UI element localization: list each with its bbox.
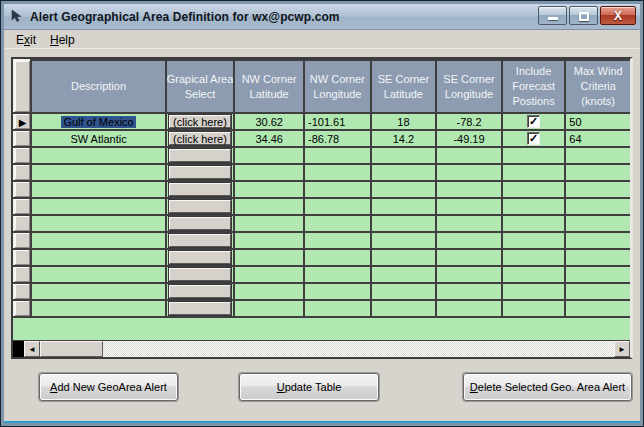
cell-se-longitude[interactable]: [436, 283, 502, 300]
cell-description[interactable]: [31, 283, 165, 300]
click-here-button[interactable]: [169, 217, 232, 230]
cell-max-wind[interactable]: [565, 300, 631, 317]
cell-se-longitude[interactable]: [436, 249, 502, 266]
cell-max-wind[interactable]: [565, 232, 631, 249]
cell-nw-longitude[interactable]: [304, 164, 371, 181]
click-here-button[interactable]: (click here): [169, 115, 232, 128]
scroll-right-button[interactable]: ►: [614, 341, 630, 357]
cell-description[interactable]: [31, 215, 165, 232]
cell-include-forecast[interactable]: [502, 283, 566, 300]
cell-max-wind[interactable]: [565, 249, 631, 266]
row-selector[interactable]: ▶: [14, 113, 31, 130]
cell-max-wind[interactable]: [565, 164, 631, 181]
cell-include-forecast[interactable]: [502, 147, 566, 164]
cell-se-longitude[interactable]: [436, 215, 502, 232]
cell-max-wind[interactable]: [565, 266, 631, 283]
include-forecast-checkbox[interactable]: ✓: [527, 132, 540, 145]
cell-max-wind[interactable]: [565, 198, 631, 215]
cell-se-latitude[interactable]: [371, 300, 437, 317]
cell-nw-latitude[interactable]: [234, 215, 304, 232]
click-here-button[interactable]: [169, 285, 232, 298]
click-here-button[interactable]: [169, 268, 232, 281]
cell-include-forecast[interactable]: [502, 181, 566, 198]
cell-se-longitude[interactable]: [436, 266, 502, 283]
click-here-button[interactable]: [169, 166, 232, 179]
row-selector[interactable]: [14, 283, 31, 300]
cell-se-latitude[interactable]: [371, 181, 437, 198]
cell-se-latitude[interactable]: 14.2: [371, 130, 437, 147]
cell-se-latitude[interactable]: [371, 215, 437, 232]
cell-se-latitude[interactable]: [371, 147, 437, 164]
cell-include-forecast[interactable]: [502, 266, 566, 283]
menu-item-help[interactable]: Help: [43, 32, 82, 48]
click-here-button[interactable]: [169, 234, 232, 247]
delete-selected-geo-area-alert-button[interactable]: Delete Selected Geo. Area Alert: [463, 373, 632, 401]
cell-max-wind[interactable]: [565, 147, 631, 164]
cell-description[interactable]: [31, 300, 165, 317]
row-selector[interactable]: [14, 130, 31, 147]
cell-include-forecast[interactable]: [502, 249, 566, 266]
cell-se-longitude[interactable]: [436, 232, 502, 249]
horizontal-scrollbar[interactable]: ◄ ►: [13, 340, 630, 357]
update-table-button[interactable]: Update Table: [239, 373, 379, 401]
row-selector[interactable]: [14, 164, 31, 181]
cell-description[interactable]: [31, 232, 165, 249]
cell-nw-latitude[interactable]: [234, 266, 304, 283]
cell-nw-longitude[interactable]: [304, 147, 371, 164]
include-forecast-checkbox[interactable]: ✓: [527, 115, 540, 128]
cell-description[interactable]: SW Atlantic: [31, 130, 165, 147]
click-here-button[interactable]: [169, 302, 232, 315]
row-selector[interactable]: [14, 181, 31, 198]
cell-se-longitude[interactable]: [436, 147, 502, 164]
cell-description[interactable]: [31, 198, 165, 215]
click-here-button[interactable]: [169, 200, 232, 213]
cell-nw-latitude[interactable]: [234, 164, 304, 181]
scrollbar-track[interactable]: [103, 341, 614, 357]
cell-max-wind[interactable]: [565, 215, 631, 232]
cell-se-latitude[interactable]: [371, 198, 437, 215]
cell-se-latitude[interactable]: [371, 266, 437, 283]
cell-description[interactable]: [31, 147, 165, 164]
cell-include-forecast[interactable]: [502, 215, 566, 232]
cell-nw-latitude[interactable]: [234, 300, 304, 317]
cell-nw-longitude[interactable]: [304, 198, 371, 215]
cell-nw-longitude[interactable]: [304, 181, 371, 198]
cell-nw-longitude[interactable]: [304, 283, 371, 300]
cell-max-wind[interactable]: [565, 181, 631, 198]
cell-se-longitude[interactable]: -78.2: [436, 113, 502, 130]
cell-nw-latitude[interactable]: [234, 181, 304, 198]
row-selector[interactable]: [14, 300, 31, 317]
cell-include-forecast[interactable]: [502, 198, 566, 215]
cell-include-forecast[interactable]: [502, 232, 566, 249]
row-selector[interactable]: [14, 266, 31, 283]
cell-description[interactable]: [31, 181, 165, 198]
click-here-button[interactable]: [169, 149, 232, 162]
cell-se-latitude[interactable]: [371, 283, 437, 300]
cell-se-latitude[interactable]: [371, 249, 437, 266]
maximize-button[interactable]: [569, 6, 598, 25]
click-here-button[interactable]: [169, 183, 232, 196]
cell-nw-longitude[interactable]: -86.78: [304, 130, 371, 147]
row-selector[interactable]: [14, 249, 31, 266]
scroll-left-button[interactable]: ◄: [24, 341, 40, 357]
cell-nw-latitude[interactable]: [234, 232, 304, 249]
app-icon[interactable]: [10, 9, 25, 24]
cell-nw-latitude[interactable]: [234, 283, 304, 300]
cell-max-wind[interactable]: 50: [565, 113, 631, 130]
menu-item-exit[interactable]: Exit: [9, 32, 43, 48]
row-selector[interactable]: [14, 232, 31, 249]
cell-include-forecast[interactable]: [502, 164, 566, 181]
cell-se-longitude[interactable]: [436, 164, 502, 181]
cell-description[interactable]: [31, 164, 165, 181]
cell-description[interactable]: [31, 249, 165, 266]
cell-se-longitude[interactable]: [436, 300, 502, 317]
cell-max-wind[interactable]: 64: [565, 130, 631, 147]
cell-include-forecast[interactable]: [502, 300, 566, 317]
click-here-button[interactable]: [169, 251, 232, 264]
cell-nw-longitude[interactable]: -101.61: [304, 113, 371, 130]
cell-nw-latitude[interactable]: [234, 198, 304, 215]
cell-se-latitude[interactable]: [371, 164, 437, 181]
row-selector[interactable]: [14, 215, 31, 232]
cell-se-latitude[interactable]: 18: [371, 113, 437, 130]
cell-description[interactable]: [31, 266, 165, 283]
